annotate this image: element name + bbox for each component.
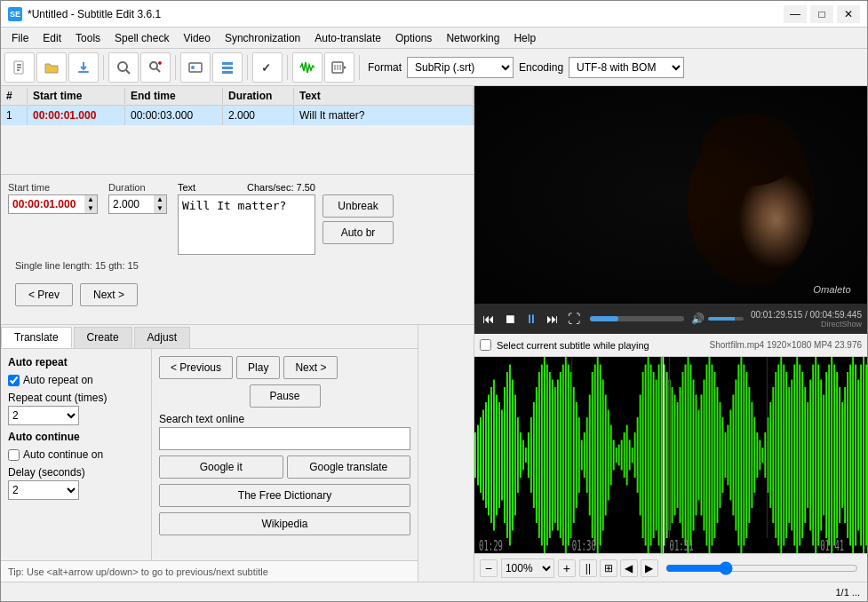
repeat-count-select[interactable]: 2 bbox=[8, 406, 79, 425]
auto-br-button[interactable]: Auto br bbox=[323, 221, 394, 244]
svg-rect-96 bbox=[657, 365, 659, 546]
maximize-button[interactable]: □ bbox=[810, 5, 833, 23]
search-text-input[interactable] bbox=[159, 427, 410, 450]
close-button[interactable]: ✕ bbox=[837, 5, 860, 23]
duration-up[interactable]: ▲ bbox=[154, 195, 166, 204]
waveform-split-btn[interactable]: || bbox=[579, 559, 597, 577]
free-dictionary-button[interactable]: The Free Dictionary bbox=[159, 484, 410, 507]
download-button[interactable] bbox=[68, 52, 99, 83]
waveform-area[interactable]: 01:29 01:30 01:31 01:41 bbox=[474, 357, 867, 553]
waveform-button[interactable] bbox=[292, 52, 323, 83]
menu-synchronization[interactable]: Synchronization bbox=[218, 30, 307, 46]
waveform-merge-btn[interactable]: ⊞ bbox=[600, 559, 617, 577]
find-replace-button[interactable] bbox=[140, 52, 171, 83]
settings-button[interactable] bbox=[212, 52, 243, 83]
format-select[interactable]: SubRip (.srt) bbox=[407, 57, 514, 78]
prev-button[interactable]: < Prev bbox=[15, 283, 73, 306]
search-button[interactable] bbox=[108, 52, 139, 83]
delay-label: Delay (seconds) bbox=[8, 466, 144, 479]
encoding-select[interactable]: UTF-8 with BOM bbox=[569, 57, 684, 78]
google-translate-button[interactable]: Google translate bbox=[287, 455, 411, 479]
vc-volume-bar[interactable] bbox=[708, 317, 744, 321]
duration-down[interactable]: ▼ bbox=[154, 204, 166, 213]
menu-help[interactable]: Help bbox=[506, 30, 543, 46]
waveform-nav-left[interactable]: ◀ bbox=[620, 559, 638, 577]
waveform-nav-right[interactable]: ▶ bbox=[641, 559, 658, 577]
svg-rect-33 bbox=[490, 387, 492, 523]
menu-file[interactable]: File bbox=[4, 30, 36, 46]
vc-fullscreen-button[interactable]: ⛶ bbox=[565, 310, 583, 328]
svg-rect-30 bbox=[482, 410, 484, 501]
vc-stop-button[interactable]: ⏹ bbox=[501, 310, 519, 328]
vc-play-pause-button[interactable]: ⏸ bbox=[522, 310, 540, 328]
menu-edit[interactable]: Edit bbox=[36, 30, 68, 46]
zoom-in-button[interactable]: + bbox=[558, 559, 576, 577]
tab-translate[interactable]: Translate bbox=[1, 327, 72, 348]
svg-rect-41 bbox=[512, 380, 514, 531]
svg-rect-109 bbox=[692, 380, 694, 531]
svg-rect-86 bbox=[632, 448, 633, 463]
start-time-label: Start time bbox=[8, 182, 98, 193]
menu-video[interactable]: Video bbox=[176, 30, 217, 46]
visual-sync-button[interactable] bbox=[180, 52, 211, 83]
pause-button[interactable]: Pause bbox=[250, 384, 321, 408]
auto-repeat-on-checkbox[interactable] bbox=[8, 375, 20, 386]
start-time-input[interactable] bbox=[9, 195, 84, 213]
start-time-input-wrap[interactable]: ▲ ▼ bbox=[8, 194, 98, 214]
svg-rect-40 bbox=[509, 365, 511, 546]
svg-rect-46 bbox=[525, 448, 527, 463]
svg-rect-52 bbox=[541, 365, 543, 546]
menu-networking[interactable]: Networking bbox=[439, 30, 506, 46]
minimize-button[interactable]: — bbox=[784, 5, 807, 23]
svg-rect-114 bbox=[705, 365, 707, 546]
new-button[interactable] bbox=[4, 52, 35, 83]
google-it-button[interactable]: Google it bbox=[159, 455, 283, 479]
menu-autotranslate[interactable]: Auto-translate bbox=[307, 30, 388, 46]
next-button[interactable]: Next > bbox=[80, 283, 138, 306]
tab-create[interactable]: Create bbox=[74, 327, 132, 348]
next-translate-button[interactable]: Next > bbox=[283, 356, 338, 379]
subtitle-text-area[interactable]: Will It matter? bbox=[178, 194, 315, 255]
svg-rect-113 bbox=[703, 380, 705, 531]
table-row[interactable]: 1 00:00:01.000 00:00:03.000 2.000 Will I… bbox=[1, 106, 474, 125]
auto-continue-on-checkbox[interactable] bbox=[8, 449, 20, 461]
menu-spellcheck[interactable]: Spell check bbox=[108, 30, 176, 46]
spell-check-button[interactable]: ✓ bbox=[252, 52, 283, 83]
svg-rect-102 bbox=[673, 395, 675, 516]
delay-select[interactable]: 2 bbox=[8, 480, 79, 500]
video-button[interactable] bbox=[324, 52, 354, 83]
duration-input[interactable] bbox=[109, 195, 154, 213]
tab-adjust[interactable]: Adjust bbox=[134, 327, 190, 348]
svg-rect-62 bbox=[568, 365, 569, 546]
menu-options[interactable]: Options bbox=[388, 30, 439, 46]
select-current-subtitle-checkbox[interactable] bbox=[480, 339, 491, 351]
svg-rect-163 bbox=[836, 372, 838, 538]
duration-group: Duration ▲ ▼ bbox=[108, 182, 167, 214]
waveform-position-slider[interactable] bbox=[665, 561, 858, 575]
vc-progress-bar[interactable] bbox=[590, 316, 684, 321]
toolbar-separator-4 bbox=[287, 55, 288, 80]
zoom-select[interactable]: 100% bbox=[501, 558, 554, 578]
duration-input-wrap[interactable]: ▲ ▼ bbox=[108, 194, 167, 214]
svg-text:✓: ✓ bbox=[261, 61, 271, 75]
toolbar-separator-5 bbox=[359, 55, 360, 80]
zoom-out-button[interactable]: − bbox=[480, 559, 498, 577]
toolbar-separator-2 bbox=[175, 55, 176, 80]
play-button[interactable]: Play bbox=[236, 356, 280, 379]
previous-button[interactable]: < Previous bbox=[159, 356, 233, 379]
svg-rect-51 bbox=[538, 372, 540, 538]
start-time-up[interactable]: ▲ bbox=[84, 195, 97, 204]
svg-text:01:29: 01:29 bbox=[479, 537, 503, 553]
unbreak-button[interactable]: Unbreak bbox=[323, 194, 394, 218]
vc-forward-button[interactable]: ⏭ bbox=[544, 310, 561, 328]
svg-rect-74 bbox=[600, 365, 601, 546]
start-time-down[interactable]: ▼ bbox=[84, 204, 97, 213]
vc-rewind-button[interactable]: ⏮ bbox=[480, 310, 498, 328]
svg-rect-111 bbox=[697, 410, 699, 501]
cell-num: 1 bbox=[1, 106, 28, 125]
wikipedia-button[interactable]: Wikipedia bbox=[159, 512, 410, 535]
left-panel: # Start time End time Duration Text 1 00… bbox=[1, 86, 474, 582]
svg-marker-16 bbox=[344, 66, 346, 69]
open-button[interactable] bbox=[36, 52, 67, 83]
menu-tools[interactable]: Tools bbox=[68, 30, 108, 46]
